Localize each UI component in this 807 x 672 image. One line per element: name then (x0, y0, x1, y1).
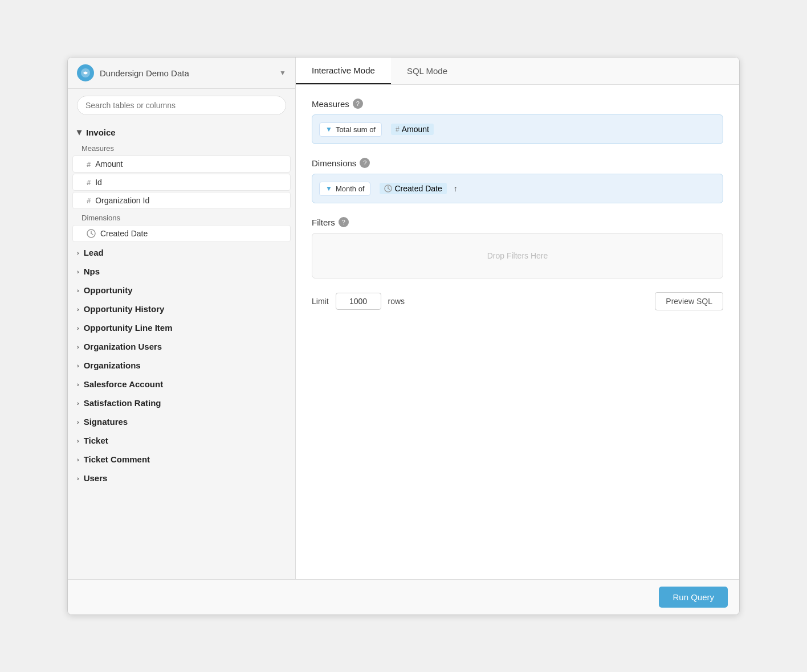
app-logo (77, 64, 94, 81)
right-panel: Interactive Mode SQL Mode Measures ? ▼ T… (296, 58, 739, 579)
clock-icon (87, 229, 96, 238)
satisfaction-rating-label: Satisfaction Rating (84, 398, 161, 408)
filters-drop-zone[interactable]: Drop Filters Here (312, 233, 723, 278)
dimensions-pill-container[interactable]: ▼ Month of Created Date ↑ (312, 174, 723, 203)
measures-title-row: Measures ? (312, 99, 723, 109)
invoice-table-label: Invoice (86, 128, 116, 137)
organization-users-label: Organization Users (84, 342, 162, 351)
id-type-icon: # (87, 178, 91, 187)
amount-column-label: Amount (95, 159, 123, 169)
invoice-group: ▶ Invoice Measures # Amount # Id # Org (68, 124, 295, 242)
lead-table-label: Lead (84, 248, 104, 257)
opportunity-history-table-header[interactable]: › Opportunity History (68, 300, 295, 318)
content-area: Measures ? ▼ Total sum of # Amount (296, 85, 739, 579)
dimensions-block: Dimensions ? ▼ Month of (312, 158, 723, 203)
opportunity-line-item-table-header[interactable]: › Opportunity Line Item (68, 318, 295, 337)
organizations-table-header[interactable]: › Organizations (68, 356, 295, 375)
organization-users-table-header[interactable]: › Organization Users (68, 337, 295, 356)
dimensions-section-label: Dimensions (68, 210, 295, 224)
ticket-chevron-icon: › (77, 437, 79, 444)
satisfaction-rating-table-header[interactable]: › Satisfaction Rating (68, 394, 295, 412)
signatures-label: Signatures (84, 417, 128, 427)
organizations-label: Organizations (84, 360, 141, 370)
org-id-column-item[interactable]: # Organization Id (72, 192, 291, 209)
opportunity-chevron-icon: › (77, 287, 79, 294)
dimensions-field-pill[interactable]: Created Date (380, 183, 446, 194)
opportunity-history-label: Opportunity History (84, 304, 165, 314)
rows-label: rows (388, 297, 405, 306)
measures-aggregation-label: Total sum of (336, 125, 376, 134)
nps-table-header[interactable]: › Nps (68, 262, 295, 281)
sf-account-chevron-icon: › (77, 381, 79, 388)
svg-line-6 (388, 189, 390, 190)
sat-rating-chevron-icon: › (77, 400, 79, 407)
tab-sql-mode[interactable]: SQL Mode (391, 58, 463, 84)
measures-field-name: Amount (402, 125, 429, 134)
measures-section-label: Measures (68, 141, 295, 154)
measures-field-type-icon: # (396, 125, 400, 133)
opportunity-line-item-label: Opportunity Line Item (84, 323, 173, 333)
ticket-comment-label: Ticket Comment (84, 454, 150, 464)
tab-interactive-mode[interactable]: Interactive Mode (296, 58, 391, 84)
footer: Run Query (68, 579, 739, 614)
ticket-label: Ticket (84, 436, 108, 445)
invoice-table-header[interactable]: ▶ Invoice (68, 124, 295, 141)
sidebar-header[interactable]: Dundersign Demo Data ▼ (68, 58, 295, 89)
ticket-comment-chevron-icon: › (77, 456, 79, 463)
measures-title: Measures (312, 99, 349, 109)
users-label: Users (84, 473, 108, 483)
amount-type-icon: # (87, 160, 91, 169)
created-date-column-label: Created Date (100, 229, 148, 238)
nps-table-label: Nps (84, 267, 100, 276)
dimensions-pill[interactable]: ▼ Month of (319, 182, 370, 196)
amount-column-item[interactable]: # Amount (72, 155, 291, 173)
org-id-column-label: Organization Id (95, 196, 149, 205)
search-input[interactable] (77, 96, 286, 115)
limit-label: Limit (312, 297, 329, 306)
created-date-column-item[interactable]: Created Date (72, 225, 291, 242)
sidebar-content: ▶ Invoice Measures # Amount # Id # Org (68, 122, 295, 579)
app-container: Dundersign Demo Data ▼ ▶ Invoice Measure… (67, 57, 740, 615)
ticket-comment-table-header[interactable]: › Ticket Comment (68, 450, 295, 469)
lead-table-header[interactable]: › Lead (68, 243, 295, 262)
dimensions-clock-icon (384, 185, 392, 192)
filters-title: Filters (312, 218, 335, 227)
tabs-bar: Interactive Mode SQL Mode (296, 58, 739, 85)
datasource-chevron-icon: ▼ (279, 69, 286, 77)
limit-input[interactable] (336, 293, 381, 310)
sort-direction-icon[interactable]: ↑ (451, 183, 460, 194)
id-column-item[interactable]: # Id (72, 174, 291, 191)
dimensions-title-row: Dimensions ? (312, 158, 723, 168)
dimensions-field-name: Created Date (394, 184, 442, 193)
signatures-table-header[interactable]: › Signatures (68, 412, 295, 431)
filters-help-icon[interactable]: ? (339, 217, 349, 227)
preview-sql-button[interactable]: Preview SQL (655, 292, 723, 310)
opportunity-table-header[interactable]: › Opportunity (68, 281, 295, 300)
opp-line-item-chevron-icon: › (77, 325, 79, 331)
salesforce-account-table-header[interactable]: › Salesforce Account (68, 375, 295, 394)
dimensions-time-period-label: Month of (336, 185, 365, 193)
ticket-table-header[interactable]: › Ticket (68, 431, 295, 450)
measures-block: Measures ? ▼ Total sum of # Amount (312, 99, 723, 144)
filters-title-row: Filters ? (312, 217, 723, 227)
run-query-button[interactable]: Run Query (659, 587, 728, 608)
organizations-chevron-icon: › (77, 362, 79, 369)
id-column-label: Id (95, 178, 102, 187)
limit-row: Limit rows Preview SQL (312, 292, 723, 310)
measures-help-icon[interactable]: ? (353, 99, 363, 109)
dimensions-title: Dimensions (312, 158, 356, 168)
users-table-header[interactable]: › Users (68, 469, 295, 487)
measures-pill-arrow-icon: ▼ (325, 125, 332, 133)
signatures-chevron-icon: › (77, 419, 79, 425)
measures-field-pill[interactable]: # Amount (391, 124, 434, 135)
sidebar: Dundersign Demo Data ▼ ▶ Invoice Measure… (68, 58, 296, 579)
dimensions-pill-arrow-icon: ▼ (325, 185, 332, 192)
measures-pill-container[interactable]: ▼ Total sum of # Amount (312, 114, 723, 144)
svg-line-3 (91, 233, 93, 235)
org-id-type-icon: # (87, 196, 91, 205)
dimensions-help-icon[interactable]: ? (360, 158, 370, 168)
measures-pill[interactable]: ▼ Total sum of (319, 122, 382, 137)
org-users-chevron-icon: › (77, 343, 79, 350)
salesforce-account-label: Salesforce Account (84, 379, 164, 389)
main-layout: Dundersign Demo Data ▼ ▶ Invoice Measure… (68, 58, 739, 579)
